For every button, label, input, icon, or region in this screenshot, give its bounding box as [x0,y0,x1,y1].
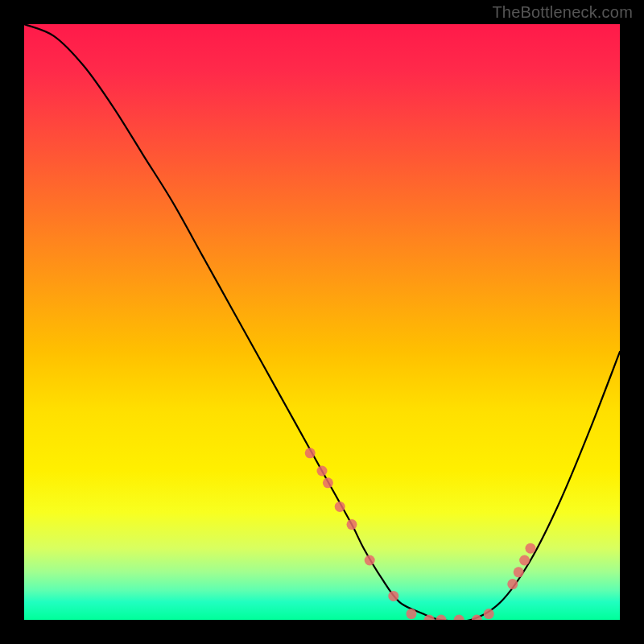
data-marker [454,615,464,621]
data-marker [365,555,375,566]
data-marker [436,615,447,621]
data-marker [323,477,333,488]
data-marker [347,519,357,530]
data-marker [514,567,524,577]
data-marker [484,609,494,619]
data-marker [507,579,518,589]
data-marker [526,543,536,554]
data-marker [519,555,530,566]
data-marker [305,448,316,458]
data-marker [407,609,417,619]
bottleneck-curve [24,24,620,620]
data-markers [305,448,536,620]
data-marker [388,591,398,601]
curve-svg [24,24,620,620]
data-marker [317,466,328,477]
data-marker [335,502,345,512]
watermark-text: TheBottleneck.com [492,3,633,22]
plot-area [24,24,620,620]
